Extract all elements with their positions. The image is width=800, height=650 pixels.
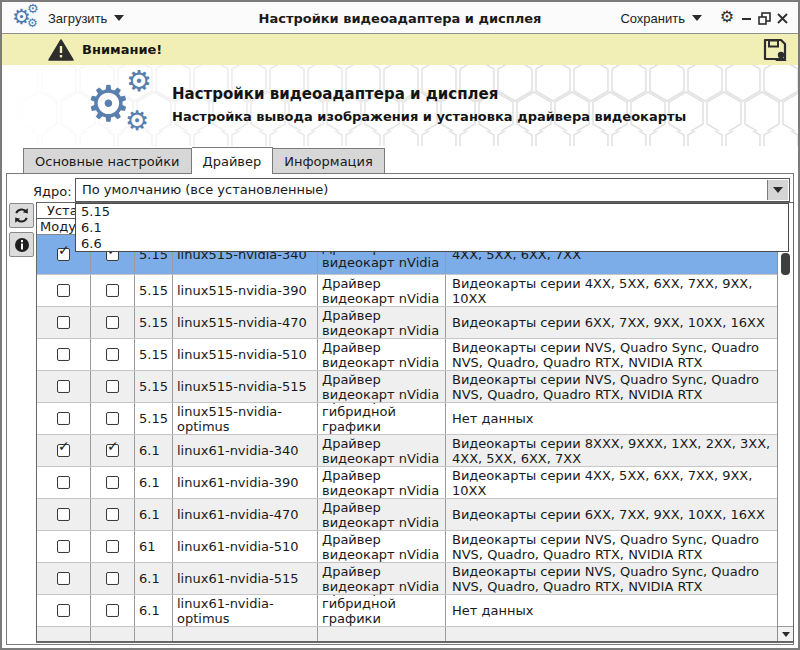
kernel-option[interactable]: 6.6 <box>76 236 788 252</box>
install-checkbox-cell <box>91 595 135 626</box>
kernel-cell: 5.15 <box>135 307 173 338</box>
scrollbar-thumb[interactable] <box>781 253 790 275</box>
installed-checkbox-cell <box>37 307 91 338</box>
header-banner: ⚙ ⚙ ⚙ Настройки видеоадаптера и дисплея … <box>2 65 798 146</box>
kernel-cell: 6.1 <box>135 435 173 466</box>
installed-checkbox[interactable] <box>57 476 70 489</box>
cards-cell: Видеокарты серии NVS, Quadro Sync, Quadr… <box>446 339 777 370</box>
empty-cell <box>135 627 173 642</box>
kernel-cell: 5.15 <box>135 339 173 370</box>
cards-cell: Видеокарты серии 4XX, 5XX, 6XX, 7XX, 9XX… <box>446 467 777 498</box>
table-row-empty <box>37 627 777 642</box>
installed-checkbox-cell <box>37 403 91 434</box>
install-checkbox-cell <box>91 275 135 306</box>
installed-checkbox[interactable] <box>57 604 70 617</box>
install-checkbox-cell <box>91 531 135 562</box>
chevron-down-icon <box>782 632 790 637</box>
table-row[interactable]: ✓✓6.1linux61-nvidia-340Драйвер видеокарт… <box>37 435 777 467</box>
save-user-icon[interactable] <box>762 38 788 66</box>
combobox-arrow-button[interactable] <box>767 180 788 200</box>
install-checkbox-cell <box>91 403 135 434</box>
installed-checkbox[interactable] <box>57 380 70 393</box>
settings-gear-icon[interactable]: ⚙ <box>720 9 734 25</box>
close-button[interactable] <box>775 11 789 25</box>
table-row[interactable]: 5.15linux515-nvidia-510Драйвер видеокарт… <box>37 339 777 371</box>
table-row[interactable]: 6.1linux61-nvidia-515Драйвер видеокарт n… <box>37 563 777 595</box>
kernel-option[interactable]: 6.1 <box>76 220 788 236</box>
minimize-button[interactable] <box>740 11 754 25</box>
installed-checkbox[interactable]: ✓ <box>57 248 70 261</box>
table-row[interactable]: 5.15linux515-nvidia-470Драйвер видеокарт… <box>37 307 777 339</box>
restore-button[interactable] <box>757 11 771 25</box>
info-button[interactable] <box>9 232 34 257</box>
install-checkbox[interactable] <box>106 284 119 297</box>
title-bar: ⚙ ⚙ ⚙ Загрузить Настройки видеоадаптера … <box>2 2 798 34</box>
description-cell: Драйвер видеокарт nVidia <box>318 435 446 466</box>
module-cell: linux515-nvidia-470 <box>173 307 318 338</box>
tab-main-settings[interactable]: Основные настройки <box>23 148 192 174</box>
installed-checkbox[interactable] <box>57 508 70 521</box>
description-cell: Драйвер гибридной графики ноутбука <box>318 595 446 626</box>
kernel-combobox[interactable]: По умолчанию (все установленные) <box>75 178 790 202</box>
installed-checkbox[interactable] <box>57 348 70 361</box>
table-row[interactable]: 61linux61-nvidia-510Драйвер видеокарт nV… <box>37 531 777 563</box>
vertical-scrollbar[interactable] <box>777 203 793 641</box>
install-checkbox[interactable] <box>106 508 119 521</box>
install-checkbox[interactable] <box>106 348 119 361</box>
app-window: ⚙ ⚙ ⚙ Загрузить Настройки видеоадаптера … <box>0 0 800 650</box>
install-checkbox[interactable] <box>106 572 119 585</box>
scrollbar-down-button[interactable] <box>778 626 793 641</box>
kernel-cell: 6.1 <box>135 499 173 530</box>
installed-checkbox[interactable] <box>57 540 70 553</box>
table-row[interactable]: 6.1linux61-nvidia-470Драйвер видеокарт n… <box>37 499 777 531</box>
installed-checkbox[interactable]: ✓ <box>57 444 70 457</box>
kernel-dropdown-popup: 5.15 6.1 6.6 <box>75 203 789 252</box>
cards-cell: Видеокарты серии 4XX, 5XX, 6XX, 7XX, 9XX… <box>446 275 777 306</box>
table-row[interactable]: 5.15linux515-nvidia-515Драйвер видеокарт… <box>37 371 777 403</box>
install-checkbox[interactable] <box>106 316 119 329</box>
chevron-down-icon <box>773 187 783 193</box>
description-cell: Драйвер видеокарт nVidia <box>318 371 446 402</box>
empty-cell <box>173 627 318 642</box>
tab-bar: Основные настройки Драйвер Информация <box>2 146 798 174</box>
install-checkbox[interactable] <box>106 476 119 489</box>
empty-cell <box>446 627 777 642</box>
refresh-button[interactable] <box>9 203 34 228</box>
tab-information[interactable]: Информация <box>273 148 384 174</box>
module-cell: linux61-nvidia-470 <box>173 499 318 530</box>
install-checkbox[interactable]: ✓ <box>106 444 119 457</box>
table-row[interactable]: 5.15linux515-nvidia-optimusДрайвер гибри… <box>37 403 777 435</box>
module-cell: linux61-nvidia-515 <box>173 563 318 594</box>
gear-icon: ⚙ <box>126 67 152 96</box>
table-body: ✓✓5.15linux515-nvidia-340Драйвер видеока… <box>37 235 777 641</box>
cards-cell: Видеокарты серии NVS, Quadro Sync, Quadr… <box>446 371 777 402</box>
installed-checkbox[interactable] <box>57 316 70 329</box>
warning-bar: Внимание! <box>2 34 798 65</box>
install-checkbox-cell <box>91 371 135 402</box>
cards-cell: Нет данных <box>446 403 777 434</box>
installed-checkbox-cell <box>37 531 91 562</box>
drivers-table: Устан Модул ✓✓5.15linux515-nvidia-340Дра… <box>36 202 794 643</box>
install-checkbox[interactable] <box>106 412 119 425</box>
table-row[interactable]: 5.15linux515-nvidia-390Драйвер видеокарт… <box>37 275 777 307</box>
installed-checkbox[interactable] <box>57 412 70 425</box>
table-row[interactable]: 6.1linux61-nvidia-390Драйвер видеокарт n… <box>37 467 777 499</box>
save-menu-button[interactable]: Сохранить <box>620 2 702 34</box>
empty-cell <box>91 627 135 642</box>
info-icon <box>14 237 30 253</box>
description-cell: Драйвер видеокарт nVidia <box>318 307 446 338</box>
install-checkbox[interactable] <box>106 380 119 393</box>
install-checkbox[interactable] <box>106 604 119 617</box>
table-row[interactable]: 6.1linux61-nvidia-optimusДрайвер гибридн… <box>37 595 777 627</box>
installed-checkbox[interactable] <box>57 284 70 297</box>
installed-checkbox-cell <box>37 467 91 498</box>
cards-cell: Видеокарты серии 8XXX, 9XXX, 1XX, 2XX, 3… <box>446 435 777 466</box>
description-cell: Драйвер видеокарт nVidia <box>318 531 446 562</box>
module-cell: linux515-nvidia-510 <box>173 339 318 370</box>
description-cell: Драйвер видеокарт nVidia <box>318 467 446 498</box>
install-checkbox[interactable] <box>106 540 119 553</box>
installed-checkbox[interactable] <box>57 572 70 585</box>
kernel-option[interactable]: 5.15 <box>76 204 788 220</box>
tab-driver[interactable]: Драйвер <box>192 147 274 174</box>
check-icon: ✓ <box>58 439 70 454</box>
